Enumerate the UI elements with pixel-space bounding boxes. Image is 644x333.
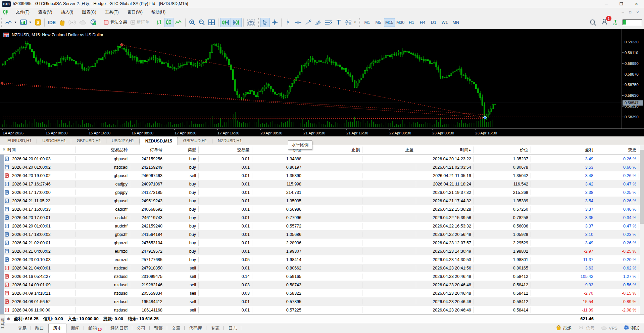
bottom-tab-邮箱[interactable]: 邮箱10 (84, 324, 106, 333)
zoom-in-icon[interactable] (187, 18, 197, 27)
screenshot-icon[interactable] (245, 18, 257, 27)
chart-tab-gbpusd-h1[interactable]: GBPUSD,H1 (71, 137, 106, 145)
status-VPS[interactable]: VPS (601, 326, 617, 331)
restore-button[interactable]: ❐ (614, 0, 629, 8)
history-row-219282146[interactable]: 2026.04.14 09:01:09nzdusd219282146sell0.… (0, 281, 640, 289)
history-row-246119743[interactable]: 2026.04.20 17:00:01usdchf246119743buy0.0… (0, 213, 640, 222)
timeframe-h1[interactable]: H1 (406, 18, 417, 27)
timeframe-m30[interactable]: M30 (395, 18, 406, 27)
bottom-tab-历史[interactable]: 历史 (48, 324, 66, 333)
mdi-close-button[interactable]: ✕ (634, 9, 641, 15)
chart-tab-eurusd-h1[interactable]: EURUSD,H1 (2, 137, 37, 145)
menu-item-f[interactable]: 文件(F) (11, 8, 34, 16)
cloud-icon[interactable] (78, 18, 88, 27)
menu-item-w[interactable]: 窗口(W) (123, 8, 147, 16)
history-row-247653104[interactable]: 2026.04.21 02:00:01gbpnzd247653104buy0.0… (0, 239, 640, 247)
history-row-247918850[interactable]: 2026.04.21 04:00:01nzdcad247918850sell0.… (0, 264, 640, 272)
ide-button[interactable]: IDE (46, 18, 57, 27)
history-row-205559834[interactable]: 2026.04.09 14:18:21nzdusd205559834sell0.… (0, 289, 640, 297)
search-icon[interactable] (590, 19, 596, 26)
timeframe-d1[interactable]: D1 (428, 18, 439, 27)
market-watch-icon[interactable]: $ (33, 18, 43, 27)
tile-windows-icon[interactable] (207, 18, 216, 27)
market-bag-icon[interactable] (57, 18, 67, 27)
bar-chart-icon[interactable] (155, 18, 164, 27)
chart-type-dropdown-icon[interactable]: ▼ (4, 18, 18, 27)
column-header-close_time[interactable]: 时间 ▲ (416, 145, 474, 155)
history-row-241273185[interactable]: 2026.04.17 17:00:00gbpjpy241273185buy0.0… (0, 188, 640, 197)
menu-item-i[interactable]: 插入(I) (57, 8, 78, 16)
close-button[interactable]: ✕ (629, 0, 644, 8)
minimize-button[interactable]: ─ (599, 0, 614, 8)
menu-item-t[interactable]: 工具(T) (101, 8, 123, 16)
toolbox-vertical-tab[interactable]: 工具箱 (0, 314, 5, 333)
bottom-tab-公司[interactable]: 公司 (132, 324, 150, 333)
bottom-tab-敞口[interactable]: 敞口 (31, 324, 48, 333)
new-order-button[interactable]: 新订单 (129, 18, 151, 27)
bottom-tab-日志[interactable]: 日志 (224, 324, 241, 333)
chart-tab-nzdusd-m15[interactable]: NZDUSD,M15 (140, 137, 178, 145)
bottom-tab-代码库[interactable]: 代码库 (185, 324, 206, 333)
history-row-242159249[interactable]: 2026.04.20 01:00:02nzdcad242159249buy0.0… (0, 163, 640, 171)
timeframe-h4[interactable]: H4 (417, 18, 428, 27)
channel-icon[interactable] (313, 18, 323, 27)
new-chart-dropdown-icon[interactable]: ▼ (18, 18, 33, 27)
timeframe-m1[interactable]: M1 (362, 18, 373, 27)
history-row-240971067[interactable]: 2026.04.17 16:27:46cadjpy240971067buy0.0… (0, 180, 640, 188)
vertical-line-icon[interactable] (283, 18, 293, 27)
signals-icon[interactable] (67, 18, 78, 27)
menu-item-c[interactable]: 图表(C) (78, 8, 100, 16)
column-header-profit[interactable]: 盈利 (531, 145, 596, 155)
status-信号[interactable]: 信号 (578, 325, 595, 331)
chart-tab-gbpaud-h1[interactable]: GBPAUD,H1 (178, 137, 212, 145)
chart-tab-nzdusd-h1[interactable]: NZDUSD,H1 (212, 137, 247, 145)
history-row-257177685[interactable]: 2026.04.23 00:10:03eurnzd257177685buy0.0… (0, 255, 640, 264)
column-header-order[interactable]: 订单号 (130, 145, 165, 155)
status-测试[interactable]: 测试 (624, 325, 639, 331)
timeframe-w1[interactable]: W1 (439, 18, 450, 27)
toolbar-drag-handle[interactable] (1, 18, 2, 27)
timeframe-m15[interactable]: M15 (384, 18, 395, 27)
status-市场[interactable]: 市场 (556, 325, 572, 331)
column-header-type[interactable]: 类型 (165, 145, 199, 155)
history-row-242159240[interactable]: 2026.04.20 01:00:01audchf242159240buy0.0… (0, 222, 640, 230)
history-row-240668692[interactable]: 2026.04.17 16:08:33cadchf240668692buy0.0… (0, 205, 640, 213)
timeframe-m5[interactable]: M5 (373, 18, 384, 27)
level-up-icon[interactable]: ⬆LVL (613, 19, 618, 26)
history-row-186141168[interactable]: 2026.04.06 11:00:00nzdusd186141168sell0.… (0, 306, 640, 314)
column-header-sl[interactable]: 止损 (304, 145, 362, 155)
column-header-change[interactable]: 变更 (596, 145, 639, 155)
chart-tab-usdjpy-h1[interactable]: USDJPY,H1 (106, 137, 140, 145)
table-scrollbar[interactable] (640, 145, 644, 314)
history-row-247919572[interactable]: 2026.04.21 04:00:02eurnzd247919572buy0.0… (0, 247, 640, 255)
algo-trading-button[interactable]: 算法交易 (102, 18, 129, 27)
line-chart-icon[interactable] (174, 18, 184, 27)
chart-area[interactable]: 0.592300.591100.589900.588700.587500.586… (0, 29, 644, 136)
fibonacci-icon[interactable] (323, 18, 334, 27)
horizontal-line-icon[interactable] (293, 18, 303, 27)
bottom-tab-文章[interactable]: 文章 (167, 324, 185, 333)
column-header-volume[interactable]: 交易量 (199, 145, 252, 155)
text-tool-icon[interactable] (334, 18, 343, 27)
scrollbar-thumb[interactable] (640, 150, 644, 224)
column-header-close_price[interactable]: 价位 (474, 145, 531, 155)
shapes-dropdown-icon[interactable]: ▼ (343, 18, 358, 27)
column-header-symbol[interactable]: 交易品种 (76, 145, 130, 155)
crosshair-icon[interactable] (270, 18, 280, 27)
menu-item-h[interactable]: 帮助(H) (147, 8, 170, 16)
mdi-restore-button[interactable]: □ (627, 9, 634, 15)
chart-tab-usdchf-h1[interactable]: USDCHF,H1 (37, 137, 71, 145)
bottom-tab-交易[interactable]: 交易 (13, 324, 31, 333)
zoom-out-icon[interactable] (197, 18, 207, 27)
chart-shift-right-icon[interactable] (220, 18, 231, 27)
history-row-249519243[interactable]: 2026.04.21 11:05:22gbpusd249519243buy0.0… (0, 197, 640, 205)
menu-item-v[interactable]: 查看(V) (34, 8, 57, 16)
chart-shift-left-icon[interactable] (231, 18, 242, 27)
copy-trading-icon[interactable]: + (88, 18, 98, 27)
bottom-tab-专家[interactable]: 专家 (206, 324, 224, 333)
column-header-open_time[interactable]: 时间 (5, 145, 76, 155)
candlestick-chart-icon[interactable] (164, 18, 174, 27)
timeframe-mn[interactable]: MN (450, 18, 461, 27)
bottom-tab-预警[interactable]: 预警 (150, 324, 167, 333)
community-icon[interactable]: 1 (601, 18, 608, 27)
